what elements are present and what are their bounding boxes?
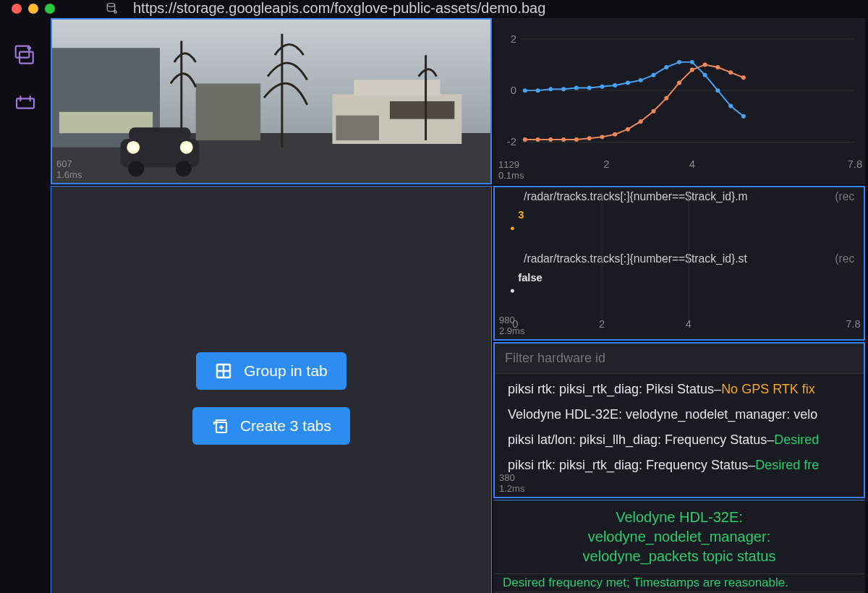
svg-point-52 <box>536 137 540 142</box>
svg-rect-11 <box>390 101 454 119</box>
svg-point-50 <box>741 114 746 119</box>
svg-point-58 <box>613 132 617 137</box>
svg-rect-15 <box>129 127 190 142</box>
svg-text:2: 2 <box>603 158 609 170</box>
svg-point-49 <box>728 104 733 108</box>
svg-point-60 <box>639 119 643 124</box>
svg-point-44 <box>664 65 668 69</box>
svg-text:0: 0 <box>511 85 516 96</box>
diagnostics-panel[interactable]: piksi rtk: piksi_rtk_diag: Piksi Status–… <box>493 342 865 498</box>
variables-icon[interactable] <box>14 92 37 115</box>
database-icon <box>106 2 119 15</box>
svg-point-43 <box>652 73 656 77</box>
svg-point-1 <box>114 10 116 12</box>
svg-point-39 <box>600 85 604 89</box>
svg-point-47 <box>703 73 707 77</box>
sidebar <box>0 17 51 593</box>
plot-panel-2[interactable]: /radar/tracks.tracks[:]{number==$track_i… <box>493 186 865 341</box>
panel-metric: 380 1.2ms <box>499 472 524 494</box>
plot-panel-1[interactable]: 20-2247.8 1129 0.1ms <box>493 18 865 184</box>
close-icon[interactable] <box>12 4 22 14</box>
svg-point-17 <box>176 161 192 177</box>
svg-point-54 <box>561 137 566 142</box>
svg-point-67 <box>728 70 733 74</box>
svg-text:false: false <box>518 272 542 283</box>
svg-point-42 <box>639 78 643 82</box>
svg-point-55 <box>574 137 579 142</box>
titlebar: https://storage.googleapis.com/foxglove-… <box>0 0 868 17</box>
maximize-icon[interactable] <box>45 4 55 14</box>
minimize-icon[interactable] <box>28 4 38 14</box>
svg-point-45 <box>677 60 681 64</box>
diagnostic-detail-panel[interactable]: Velodyne HDL-32E:velodyne_nodelet_manage… <box>493 500 865 593</box>
svg-text:(rec: (rec <box>835 190 854 202</box>
create-tabs-button[interactable]: Create 3 tabs <box>192 407 350 445</box>
svg-point-64 <box>690 68 694 72</box>
svg-text:(rec: (rec <box>835 252 854 265</box>
window-controls <box>12 4 55 14</box>
svg-point-34 <box>536 88 540 93</box>
svg-point-36 <box>561 87 566 91</box>
svg-text:4: 4 <box>689 158 695 170</box>
image-panel[interactable]: 607 1.6ms <box>51 18 492 184</box>
svg-point-61 <box>652 109 656 114</box>
detail-subtitle: Desired frequency met; Timestamps are re… <box>494 573 864 592</box>
svg-rect-10 <box>336 116 379 140</box>
diagnostics-list: piksi rtk: piksi_rtk_diag: Piksi Status–… <box>495 374 864 481</box>
panel-metric: 1129 0.1ms <box>498 159 524 181</box>
svg-point-63 <box>677 80 681 85</box>
svg-point-72 <box>511 226 514 230</box>
svg-text:3: 3 <box>518 209 524 221</box>
svg-point-33 <box>523 88 527 93</box>
svg-point-53 <box>548 137 553 142</box>
svg-point-21 <box>183 144 190 151</box>
svg-point-48 <box>715 88 720 93</box>
svg-text:2: 2 <box>511 33 516 45</box>
svg-point-68 <box>741 75 746 80</box>
filter-input[interactable] <box>495 344 864 374</box>
group-in-tab-button[interactable]: Group in tab <box>196 352 346 390</box>
button-label: Group in tab <box>244 362 328 380</box>
svg-rect-12 <box>354 80 440 96</box>
diagnostic-row[interactable]: Velodyne HDL-32E: velodyne_nodelet_manag… <box>495 402 864 427</box>
add-panel-icon[interactable] <box>14 44 37 67</box>
panel-metric: 607 1.6ms <box>56 158 82 180</box>
svg-point-0 <box>107 3 115 7</box>
svg-point-76 <box>511 289 514 293</box>
svg-rect-4 <box>17 98 34 108</box>
svg-point-46 <box>690 60 694 64</box>
svg-text:2: 2 <box>599 318 605 330</box>
svg-point-16 <box>128 161 144 177</box>
svg-point-41 <box>626 80 630 85</box>
svg-point-40 <box>613 83 617 88</box>
svg-text:7.8: 7.8 <box>848 158 863 170</box>
svg-rect-13 <box>196 83 260 140</box>
svg-point-57 <box>600 135 604 139</box>
svg-text:/radar/tracks.tracks[:]{number: /radar/tracks.tracks[:]{number==$track_i… <box>524 252 747 265</box>
svg-point-51 <box>523 137 527 142</box>
svg-text:/radar/tracks.tracks[:]{number: /radar/tracks.tracks[:]{number==$track_i… <box>524 190 748 203</box>
panel-metric: 980 2.9ms <box>499 315 524 336</box>
svg-point-65 <box>703 62 707 67</box>
detail-title: Velodyne HDL-32E:velodyne_nodelet_manage… <box>494 500 864 573</box>
data-source-url: https://storage.googleapis.com/foxglove-… <box>133 0 545 17</box>
svg-point-35 <box>548 87 553 91</box>
svg-point-56 <box>587 136 592 140</box>
svg-text:-2: -2 <box>507 136 516 148</box>
svg-point-19 <box>129 144 137 151</box>
svg-point-37 <box>574 86 579 90</box>
diagnostic-row[interactable]: piksi lat/lon: piksi_llh_diag: Frequency… <box>495 427 864 453</box>
diagnostic-row[interactable]: piksi rtk: piksi_rtk_diag: Frequency Sta… <box>495 453 864 478</box>
svg-text:7.8: 7.8 <box>846 318 860 330</box>
button-label: Create 3 tabs <box>240 417 331 435</box>
diagnostic-row[interactable]: piksi rtk: piksi_rtk_diag: Piksi Status–… <box>495 377 864 402</box>
svg-point-66 <box>715 65 720 69</box>
svg-point-62 <box>664 96 668 101</box>
drop-target-panel[interactable]: Group in tab Create 3 tabs <box>51 186 492 593</box>
svg-point-38 <box>587 86 592 90</box>
svg-text:4: 4 <box>686 318 692 330</box>
svg-point-59 <box>626 127 630 132</box>
